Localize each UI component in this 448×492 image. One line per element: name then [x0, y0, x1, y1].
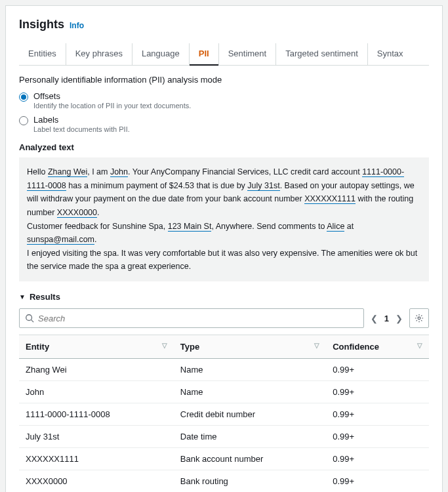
table-row: Zhang WeiName0.99+	[19, 359, 429, 381]
sort-icon: ▽	[162, 342, 167, 349]
sort-icon: ▽	[417, 342, 422, 349]
cell-type: Date time	[174, 426, 326, 448]
pagination: ❮ 1 ❯	[371, 314, 403, 323]
tab-key-phrases[interactable]: Key phrases	[66, 43, 132, 65]
info-link[interactable]: Info	[70, 21, 84, 30]
cell-type: Credit debit number	[174, 403, 326, 426]
table-row: 1111-0000-1111-0008Credit debit number0.…	[19, 403, 429, 426]
cell-type: Bank account number	[174, 448, 326, 470]
table-row: July 31stDate time0.99+	[19, 426, 429, 448]
tab-pii[interactable]: PII	[190, 43, 219, 65]
tab-entities[interactable]: Entities	[19, 43, 66, 65]
pii-highlight: 123 Main St	[168, 222, 212, 232]
table-row: JohnName0.99+	[19, 381, 429, 403]
pii-highlight: Alice	[327, 222, 344, 232]
radio-option-labels[interactable]: LabelsLabel text documents with PII.	[19, 115, 429, 133]
svg-point-0	[26, 315, 32, 321]
cell-conf: 0.99+	[326, 470, 429, 493]
tab-syntax[interactable]: Syntax	[368, 43, 413, 65]
svg-line-1	[31, 320, 34, 323]
search-icon	[25, 314, 34, 323]
mode-label: Personally identifiable information (PII…	[19, 75, 429, 85]
cell-entity: XXXXXX1111	[19, 448, 174, 470]
radio-icon	[19, 116, 28, 125]
svg-point-2	[418, 317, 420, 319]
table-row: XXXX0000Bank routing0.99+	[19, 470, 429, 493]
cell-entity: XXXX0000	[19, 470, 174, 493]
cell-entity: July 31st	[19, 426, 174, 448]
radio-title: Offsets	[33, 91, 191, 101]
cell-entity: John	[19, 381, 174, 403]
pii-highlight: Zhang Wei	[48, 167, 87, 177]
pii-highlight: XXXXXX1111	[304, 194, 356, 204]
radio-desc: Label text documents with PII.	[33, 125, 130, 133]
pii-highlight: sunspa@mail.com	[27, 235, 94, 245]
next-page-icon[interactable]: ❯	[396, 314, 403, 323]
insights-panel: Insights Info EntitiesKey phrasesLanguag…	[5, 5, 443, 492]
tab-language[interactable]: Language	[132, 43, 190, 65]
results-table: Entity▽Type▽Confidence▽ Zhang WeiName0.9…	[19, 335, 429, 492]
analyzed-text-heading: Analyzed text	[19, 142, 429, 152]
cell-type: Bank routing	[174, 470, 326, 493]
column-header-confidence[interactable]: Confidence▽	[326, 335, 429, 359]
pii-highlight: XXXX0000	[57, 208, 97, 218]
tab-sentiment[interactable]: Sentiment	[219, 43, 277, 65]
radio-group: OffsetsIdentify the location of PII in y…	[19, 91, 429, 133]
table-row: XXXXXX1111Bank account number0.99+	[19, 448, 429, 470]
search-input[interactable]	[38, 314, 358, 323]
radio-desc: Identify the location of PII in your tex…	[33, 102, 191, 110]
tab-bar: EntitiesKey phrasesLanguagePIISentimentT…	[19, 43, 429, 66]
tab-targeted-sentiment[interactable]: Targeted sentiment	[276, 43, 368, 65]
results-toolbar: ❮ 1 ❯	[19, 308, 429, 328]
cell-conf: 0.99+	[326, 381, 429, 403]
radio-option-offsets[interactable]: OffsetsIdentify the location of PII in y…	[19, 91, 429, 110]
cell-entity: 1111-0000-1111-0008	[19, 403, 174, 426]
panel-header: Insights Info	[19, 18, 429, 31]
cell-conf: 0.99+	[326, 359, 429, 381]
column-header-entity[interactable]: Entity▽	[19, 335, 174, 359]
analyzed-text-box: Hello Zhang Wei, I am John. Your AnyComp…	[19, 157, 429, 281]
radio-title: Labels	[33, 115, 130, 125]
pii-highlight: John	[110, 167, 128, 177]
prev-page-icon[interactable]: ❮	[371, 314, 378, 323]
cell-type: Name	[174, 359, 326, 381]
results-title: Results	[30, 292, 60, 302]
search-field[interactable]	[19, 308, 364, 328]
column-header-type[interactable]: Type▽	[174, 335, 326, 359]
gear-icon	[415, 314, 424, 323]
cell-entity: Zhang Wei	[19, 359, 174, 381]
cell-conf: 0.99+	[326, 426, 429, 448]
results-expander[interactable]: ▼ Results	[19, 292, 429, 302]
cell-type: Name	[174, 381, 326, 403]
cell-conf: 0.99+	[326, 403, 429, 426]
settings-button[interactable]	[409, 308, 429, 328]
panel-title: Insights	[19, 18, 64, 31]
radio-icon	[19, 92, 28, 102]
sort-icon: ▽	[314, 342, 319, 349]
cell-conf: 0.99+	[326, 448, 429, 470]
pii-highlight: July 31st	[247, 181, 279, 191]
page-number: 1	[384, 314, 389, 323]
caret-down-icon: ▼	[19, 293, 26, 300]
